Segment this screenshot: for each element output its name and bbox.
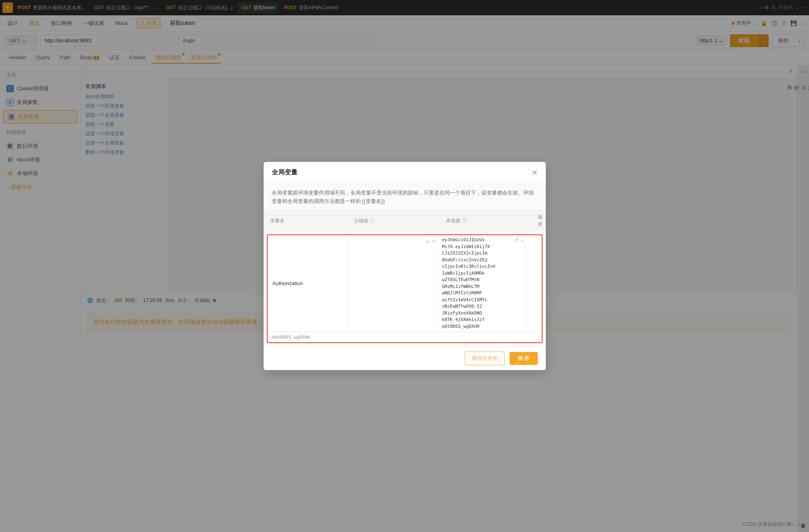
modal-description: 全局变量跟环境变量作用域不同，全局变量不受当前环境的影响，只要是在同一个项目下，… bbox=[264, 184, 546, 211]
clock-icon[interactable]: ⏱ bbox=[514, 238, 519, 243]
shrink-icon-cloud[interactable]: ⇙ bbox=[426, 238, 430, 244]
var-name: Authorization bbox=[272, 280, 303, 286]
col-cloud: 云端值 ⓘ bbox=[354, 214, 443, 228]
save-button-modal[interactable]: 保 存 bbox=[510, 352, 538, 365]
save-close-button[interactable]: 保存并关闭 bbox=[465, 352, 505, 365]
col-local: 本地值 ⓘ bbox=[446, 214, 534, 228]
link-icon[interactable]: ↗ bbox=[521, 238, 524, 243]
var-cloud-cell[interactable]: ⇗ ⇙ bbox=[348, 235, 437, 331]
modal-close-button[interactable]: ✕ bbox=[532, 168, 538, 177]
var-actions-cell: 🗑 bbox=[536, 235, 543, 331]
col-name: 变量名 bbox=[270, 214, 351, 228]
col-desc: 描述 bbox=[538, 214, 543, 228]
local-cell-actions: ⏱ ↗ bbox=[514, 238, 524, 243]
modal: 全局变量 ✕ 全局变量跟环境变量作用域不同，全局变量不受当前环境的影响，只要是在… bbox=[264, 162, 546, 371]
token-value: eyJhbGciOiJIUzUxMiJ9.eyJzdWIiOij7XCJzZXJ… bbox=[442, 237, 521, 330]
cloud-info-icon: ⓘ bbox=[370, 217, 375, 224]
table-header: 变量名 云端值 ⓘ 本地值 ⓘ 描述 bbox=[264, 211, 546, 231]
table-body: Authorization ⇗ ⇙ ⏱ ↗ eyJhbGciOiJIUzUxMi… bbox=[267, 234, 543, 343]
var-local-cell[interactable]: ⏱ ↗ eyJhbGciOiJIUzUxMiJ9.eyJzdWIiOij7XCJ… bbox=[437, 235, 526, 331]
extra-token-row: kQt8R55_wgDXUH bbox=[268, 332, 542, 342]
modal-title: 全局变量 bbox=[272, 168, 297, 177]
local-info-icon: ⓘ bbox=[462, 217, 467, 224]
modal-body: 变量名 云端值 ⓘ 本地值 ⓘ 描述 Authorization bbox=[264, 211, 546, 346]
modal-overlay[interactable]: 全局变量 ✕ 全局变量跟环境变量作用域不同，全局变量不受当前环境的影响，只要是在… bbox=[0, 0, 809, 532]
modal-header: 全局变量 ✕ bbox=[264, 162, 546, 184]
table-row: Authorization ⇗ ⇙ ⏱ ↗ eyJhbGciOiJIUzUxMi… bbox=[268, 235, 542, 332]
delete-icon[interactable]: 🗑 bbox=[541, 280, 543, 287]
modal-footer: 保存并关闭 保 存 bbox=[264, 346, 546, 370]
var-name-cell: Authorization bbox=[268, 235, 348, 331]
expand-icon-cloud[interactable]: ⇗ bbox=[431, 238, 435, 244]
var-desc-cell[interactable] bbox=[526, 235, 536, 331]
